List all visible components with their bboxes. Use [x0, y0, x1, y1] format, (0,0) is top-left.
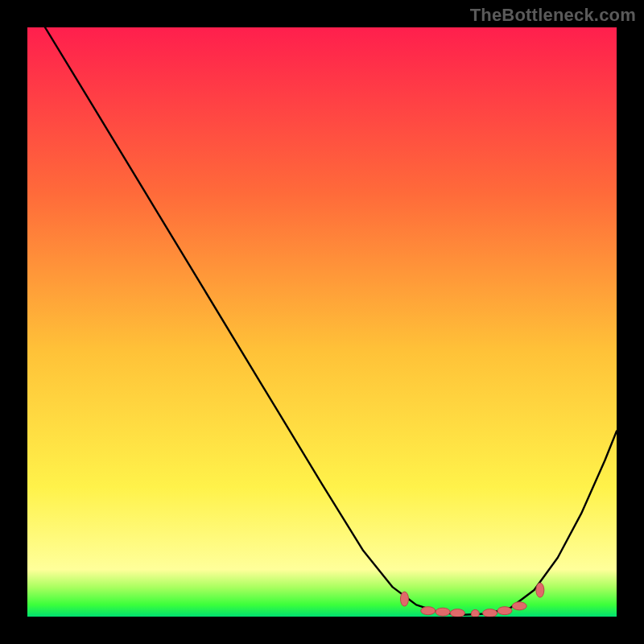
valley-marker: [483, 609, 497, 617]
valley-marker: [400, 592, 408, 606]
gradient-rect: [27, 27, 617, 617]
valley-marker: [421, 607, 436, 615]
valley-marker: [450, 609, 464, 617]
valley-marker: [512, 602, 526, 610]
plot-area: [27, 27, 617, 617]
valley-marker: [497, 607, 512, 615]
valley-marker: [536, 583, 544, 597]
valley-marker: [471, 609, 479, 617]
chart-frame: TheBottleneck.com: [0, 0, 644, 644]
plot-svg: [27, 27, 617, 617]
valley-marker: [436, 608, 450, 616]
watermark-text: TheBottleneck.com: [470, 5, 636, 26]
